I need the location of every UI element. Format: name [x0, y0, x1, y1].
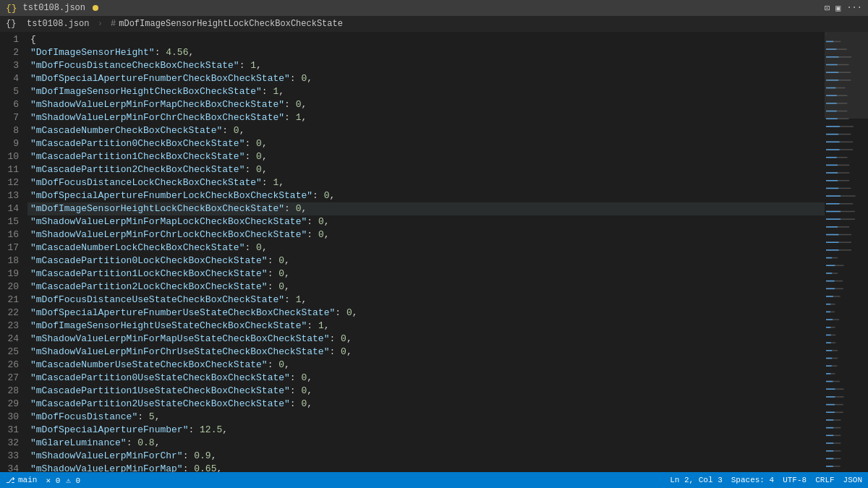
editor: 1234567891011121314151617181920212223242… — [0, 32, 868, 472]
line-number-8: 8 — [6, 124, 19, 137]
code-line-22[interactable]: "mDofSpecialApertureFnumberUseStateCheck… — [27, 307, 825, 320]
code-line-8[interactable]: "mCascadeNumberCheckBoxCheckState": 0, — [27, 124, 825, 137]
code-line-25[interactable]: "mShadowValueLerpMinForChrUseStateCheckB… — [27, 346, 825, 359]
line-number-23: 23 — [6, 320, 19, 333]
code-line-7[interactable]: "mShadowValueLerpMinForChrCheckBoxCheckS… — [27, 111, 825, 124]
code-line-12[interactable]: "mDofFocusDistanceLockCheckBoxCheckState… — [27, 176, 825, 189]
breadcrumb-hash: # — [111, 19, 116, 29]
breadcrumb-path[interactable]: mDofImageSensorHeightLockCheckBoxCheckSt… — [119, 19, 343, 29]
code-line-34[interactable]: "mShadowValueLerpMinForMap": 0.65, — [27, 463, 825, 472]
title-bar-actions: ⊡ ▣ ··· — [825, 3, 862, 14]
code-line-18[interactable]: "mCascadePartition0LockCheckBoxCheckStat… — [27, 254, 825, 267]
code-line-15[interactable]: "mShadowValueLerpMinForMapLockCheckBoxCh… — [27, 215, 825, 228]
breadcrumb-filename[interactable]: tst0108.json — [27, 19, 89, 29]
line-number-9: 9 — [6, 137, 19, 150]
code-line-1[interactable]: { — [27, 33, 825, 46]
tab-filename[interactable]: tst0108.json — [23, 3, 85, 13]
line-numbers: 1234567891011121314151617181920212223242… — [0, 32, 27, 472]
code-line-27[interactable]: "mCascadePartition0UseStateCheckBoxCheck… — [27, 372, 825, 385]
line-number-18: 18 — [6, 254, 19, 267]
code-line-33[interactable]: "mShadowValueLerpMinForChr": 0.9, — [27, 450, 825, 463]
line-number-32: 32 — [6, 437, 19, 450]
code-line-9[interactable]: "mCascadePartition0CheckBoxCheckState": … — [27, 137, 825, 150]
code-line-32[interactable]: "mGlareLuminance": 0.8, — [27, 437, 825, 450]
line-number-10: 10 — [6, 150, 19, 163]
line-number-31: 31 — [6, 424, 19, 437]
code-line-5[interactable]: "mDofImageSensorHeightCheckBoxCheckState… — [27, 85, 825, 98]
line-number-13: 13 — [6, 189, 19, 202]
code-line-24[interactable]: "mShadowValueLerpMinForMapUseStateCheckB… — [27, 333, 825, 346]
breadcrumb-bar: {} tst0108.json › # mDofImageSensorHeigh… — [0, 16, 868, 32]
line-number-7: 7 — [6, 111, 19, 124]
line-number-6: 6 — [6, 98, 19, 111]
code-line-3[interactable]: "mDofFocusDistanceCheckBoxCheckState": 1… — [27, 59, 825, 72]
line-number-24: 24 — [6, 333, 19, 346]
code-line-19[interactable]: "mCascadePartition1LockCheckBoxCheckStat… — [27, 267, 825, 281]
code-line-21[interactable]: "mDofFocusDistanceUseStateCheckBoxCheckS… — [27, 294, 825, 307]
line-number-19: 19 — [6, 267, 19, 281]
code-line-23[interactable]: "mDofImageSensorHeightUseStateCheckBoxCh… — [27, 320, 825, 333]
code-line-4[interactable]: "mDofSpecialApertureFnumberCheckBoxCheck… — [27, 72, 825, 85]
code-line-29[interactable]: "mCascadePartition2UseStateCheckBoxCheck… — [27, 398, 825, 411]
code-line-16[interactable]: "mShadowValueLerpMinForChrLockCheckBoxCh… — [27, 228, 825, 241]
code-line-13[interactable]: "mDofSpecialApertureFnumberLockCheckBoxC… — [27, 189, 825, 202]
code-line-17[interactable]: "mCascadeNumberLockCheckBoxCheckState": … — [27, 241, 825, 254]
line-number-2: 2 — [6, 46, 19, 59]
git-branch[interactable]: ⎇ main — [6, 476, 37, 485]
line-number-12: 12 — [6, 176, 19, 189]
title-bar: {} tst0108.json ⊡ ▣ ··· — [0, 0, 868, 16]
line-number-3: 3 — [6, 59, 19, 72]
line-number-15: 15 — [6, 215, 19, 228]
line-number-21: 21 — [6, 294, 19, 307]
line-number-1: 1 — [6, 33, 19, 46]
errors: ✕ 0 — [46, 476, 60, 485]
code-line-31[interactable]: "mDofSpecialApertureFnumber": 12.5, — [27, 424, 825, 437]
status-bar: ⎇ main ✕ 0 ⚠ 0 Ln 2, Col 3 Spaces: 4 UTF… — [0, 472, 868, 488]
code-line-2[interactable]: "DofImageSensorHeight": 4.56, — [27, 46, 825, 59]
spaces[interactable]: Spaces: 4 — [731, 476, 774, 484]
line-number-33: 33 — [6, 450, 19, 463]
line-number-14: 14 — [6, 202, 19, 215]
minimap-viewport — [825, 32, 868, 119]
line-number-34: 34 — [6, 463, 19, 472]
code-line-6[interactable]: "mShadowValueLerpMinForMapCheckBoxCheckS… — [27, 98, 825, 111]
errors-warnings[interactable]: ✕ 0 ⚠ 0 — [46, 476, 80, 485]
code-line-26[interactable]: "mCascadeNumberUseStateCheckBoxCheckStat… — [27, 359, 825, 372]
file-icon-small — [19, 20, 24, 28]
breadcrumb-file[interactable]: {} — [6, 19, 16, 29]
line-number-28: 28 — [6, 385, 19, 398]
line-number-5: 5 — [6, 85, 19, 98]
code-line-20[interactable]: "mCascadePartition2LockCheckBoxCheckStat… — [27, 281, 825, 294]
status-right: Ln 2, Col 3 Spaces: 4 UTF-8 CRLF JSON — [670, 476, 862, 484]
warnings: ⚠ 0 — [66, 476, 80, 485]
code-line-14[interactable]: "mDofImageSensorHeightLockCheckBoxCheckS… — [27, 202, 825, 215]
language[interactable]: JSON — [843, 476, 862, 484]
line-number-22: 22 — [6, 307, 19, 320]
eol[interactable]: CRLF — [815, 476, 834, 484]
line-number-17: 17 — [6, 241, 19, 254]
minimap — [825, 32, 868, 472]
line-number-20: 20 — [6, 281, 19, 294]
toggle-layout-icon[interactable]: ▣ — [835, 3, 841, 14]
cursor-position[interactable]: Ln 2, Col 3 — [670, 476, 723, 484]
line-number-16: 16 — [6, 228, 19, 241]
split-editor-icon[interactable]: ⊡ — [825, 3, 830, 14]
file-icon: {} — [6, 3, 17, 14]
modified-indicator — [93, 5, 98, 11]
encoding[interactable]: UTF-8 — [783, 476, 807, 484]
line-number-4: 4 — [6, 72, 19, 85]
line-number-25: 25 — [6, 346, 19, 359]
line-number-29: 29 — [6, 398, 19, 411]
code-line-10[interactable]: "mCascadePartition1CheckBoxCheckState": … — [27, 150, 825, 163]
line-number-26: 26 — [6, 359, 19, 372]
code-line-28[interactable]: "mCascadePartition1UseStateCheckBoxCheck… — [27, 385, 825, 398]
code-line-11[interactable]: "mCascadePartition2CheckBoxCheckState": … — [27, 163, 825, 176]
breadcrumb-sep1: › — [92, 19, 108, 29]
more-actions-icon[interactable]: ··· — [846, 3, 862, 14]
line-number-11: 11 — [6, 163, 19, 176]
code-area[interactable]: { "DofImageSensorHeight": 4.56, "mDofFoc… — [27, 32, 825, 472]
code-line-30[interactable]: "mDofFocusDistance": 5, — [27, 411, 825, 424]
line-number-27: 27 — [6, 372, 19, 385]
line-number-30: 30 — [6, 411, 19, 424]
branch-icon: ⎇ — [6, 476, 15, 485]
